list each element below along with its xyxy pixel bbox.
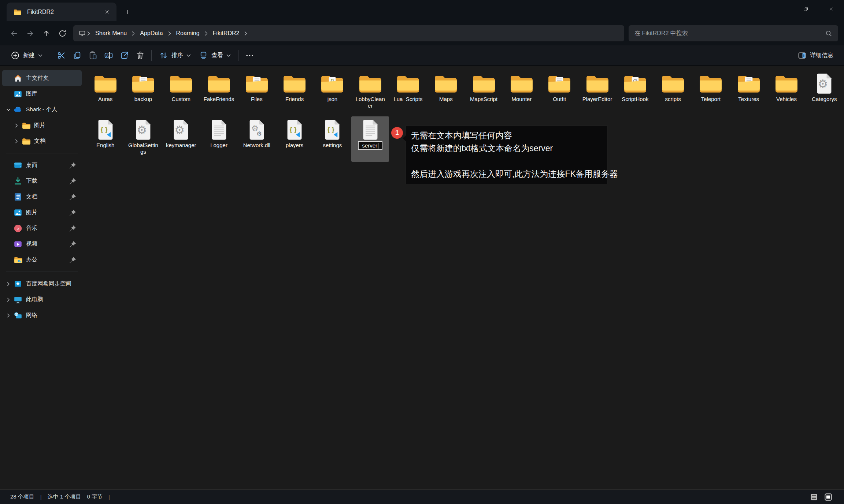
chevron-right-icon[interactable] xyxy=(12,123,21,128)
new-button[interactable]: 新建 xyxy=(7,48,47,63)
minimize-button[interactable] xyxy=(767,0,793,18)
file-item-Vehicles[interactable]: Vehicles xyxy=(767,70,805,116)
file-item-Mounter[interactable]: Mounter xyxy=(503,70,540,116)
icons-view-toggle[interactable] xyxy=(823,492,834,503)
file-item-PlayerEditor[interactable]: PlayerEditor xyxy=(578,70,616,116)
share-button[interactable] xyxy=(116,48,132,63)
cut-button[interactable] xyxy=(53,48,69,63)
sidebar-item-document[interactable]: 文档 xyxy=(2,189,82,205)
file-item-Outfit[interactable]: Outfit xyxy=(541,70,578,116)
file-item-Files[interactable]: Files xyxy=(238,70,275,116)
more-options-button[interactable] xyxy=(242,48,258,63)
chevron-right-icon[interactable] xyxy=(12,139,21,144)
file-item-server[interactable]: server xyxy=(351,116,389,162)
file-list-area[interactable]: AurasbackupCustomFakeFriendsFilesFriends… xyxy=(84,66,844,489)
file-item-Maps[interactable]: Maps xyxy=(427,70,465,116)
sidebar-item-network[interactable]: 网络 xyxy=(2,307,82,323)
onedrive-icon xyxy=(13,105,23,114)
file-item-FakeFriends[interactable]: FakeFriends xyxy=(200,70,238,116)
file-item-ScriptHook[interactable]: ⚙ScriptHook xyxy=(616,70,654,116)
pin-icon[interactable] xyxy=(68,224,77,233)
sidebar-item-video[interactable]: 视频 xyxy=(2,236,82,252)
sidebar-item-desktop[interactable]: 桌面 xyxy=(2,157,82,173)
file-item-Friends[interactable]: Friends xyxy=(275,70,313,116)
file-item-Textures[interactable]: Textures xyxy=(730,70,767,116)
file-item-settings[interactable]: { }settings xyxy=(314,116,351,162)
address-bar[interactable]: Shark MenuAppDataRoamingFikitRDR2 xyxy=(73,25,624,41)
file-item-Auras[interactable]: Auras xyxy=(86,70,124,116)
sidebar-item-folder-small[interactable]: 图片 xyxy=(2,117,82,133)
restore-button[interactable] xyxy=(793,0,818,18)
sidebar-item-onedrive[interactable]: Shark - 个人 xyxy=(2,102,82,117)
sidebar-item-download[interactable]: 下载 xyxy=(2,173,82,189)
tab-close-icon[interactable] xyxy=(102,7,112,17)
sidebar-item-label: 图片 xyxy=(34,122,80,129)
sidebar-item-music[interactable]: ♪音乐 xyxy=(2,220,82,236)
chevron-right-icon[interactable] xyxy=(4,297,13,302)
details-view-toggle[interactable] xyxy=(808,492,819,503)
file-item-MapsScript[interactable]: MapsScript xyxy=(465,70,503,116)
sidebar-item-baidu-drive[interactable]: 百度网盘同步空间 xyxy=(2,276,82,292)
copy-button[interactable] xyxy=(69,48,85,63)
file-item-json[interactable]: {}json xyxy=(314,70,351,116)
breadcrumb-item[interactable]: AppData xyxy=(136,28,167,38)
file-item-Network.dll[interactable]: ⚙⚙Network.dll xyxy=(238,116,275,162)
explorer-tab[interactable]: FikitRDR2 xyxy=(7,3,116,21)
sidebar-item-this-pc[interactable]: 此电脑 xyxy=(2,292,82,307)
sidebar-item-picture[interactable]: 图片 xyxy=(2,205,82,220)
svg-text:⚙: ⚙ xyxy=(174,124,185,137)
paste-button[interactable] xyxy=(85,48,101,63)
file-item-label: ScriptHook xyxy=(622,96,648,102)
file-item-English[interactable]: { }English xyxy=(86,116,124,162)
pin-icon[interactable] xyxy=(68,193,77,201)
details-pane-button[interactable]: 详细信息 xyxy=(793,48,837,63)
tab-folder-icon xyxy=(12,8,22,16)
window-controls xyxy=(767,0,844,18)
breadcrumb-item[interactable]: FikitRDR2 xyxy=(209,28,244,38)
breadcrumb-item[interactable]: Roaming xyxy=(172,28,204,38)
pin-icon[interactable] xyxy=(68,177,77,186)
file-item-Lua_Scripts[interactable]: Lua_Scripts xyxy=(389,70,427,116)
file-item-scripts[interactable]: scripts xyxy=(654,70,692,116)
back-button[interactable] xyxy=(6,26,22,41)
up-button[interactable] xyxy=(38,26,54,41)
sidebar-item-folder-people[interactable]: 办公 xyxy=(2,252,82,268)
sort-button[interactable]: 排序 xyxy=(155,48,195,63)
file-item-Custom[interactable]: Custom xyxy=(162,70,200,116)
folder-icon xyxy=(699,71,723,94)
new-tab-button[interactable] xyxy=(121,5,134,18)
svg-text:⚙: ⚙ xyxy=(256,130,262,137)
sidebar-item-gallery[interactable]: 图库 xyxy=(2,86,82,102)
file-item-Logger[interactable]: Logger xyxy=(200,116,238,162)
breadcrumb-chevron-icon xyxy=(131,31,136,36)
file-item-players[interactable]: { }players xyxy=(275,116,313,162)
sidebar-item-home[interactable]: 主文件夹 xyxy=(2,70,82,86)
details-pane-icon xyxy=(797,51,807,60)
view-button[interactable]: 查看 xyxy=(195,48,235,63)
pin-icon[interactable] xyxy=(68,255,77,264)
svg-text:A: A xyxy=(106,53,109,57)
file-item-backup[interactable]: backup xyxy=(124,70,162,116)
file-item-Categorys[interactable]: ⚙Categorys xyxy=(806,70,843,116)
pin-icon[interactable] xyxy=(68,240,77,249)
file-item-keymanager[interactable]: ⚙keymanager xyxy=(162,116,200,162)
chevron-right-icon[interactable] xyxy=(4,281,13,287)
delete-button[interactable] xyxy=(132,48,148,63)
forward-button[interactable] xyxy=(22,26,38,41)
rename-input[interactable]: server xyxy=(358,141,382,150)
file-item-label: LobbyCleaner xyxy=(355,96,386,109)
refresh-button[interactable] xyxy=(54,26,70,41)
pin-icon[interactable] xyxy=(68,161,77,170)
file-item-Teleport[interactable]: Teleport xyxy=(692,70,730,116)
chevron-down-icon[interactable] xyxy=(4,108,13,112)
folder-icon xyxy=(585,71,610,94)
chevron-right-icon[interactable] xyxy=(4,313,13,318)
breadcrumb-item[interactable]: Shark Menu xyxy=(91,28,131,38)
rename-button[interactable]: A xyxy=(101,48,116,63)
file-item-LobbyCleaner[interactable]: LobbyCleaner xyxy=(351,70,389,116)
search-box[interactable]: 在 FikitRDR2 中搜索 xyxy=(629,25,838,41)
file-item-GlobalSettings[interactable]: ⚙GlobalSettings xyxy=(124,116,162,162)
sidebar-item-folder-small[interactable]: 文档 xyxy=(2,133,82,149)
close-button[interactable] xyxy=(818,0,844,18)
pin-icon[interactable] xyxy=(68,208,77,217)
